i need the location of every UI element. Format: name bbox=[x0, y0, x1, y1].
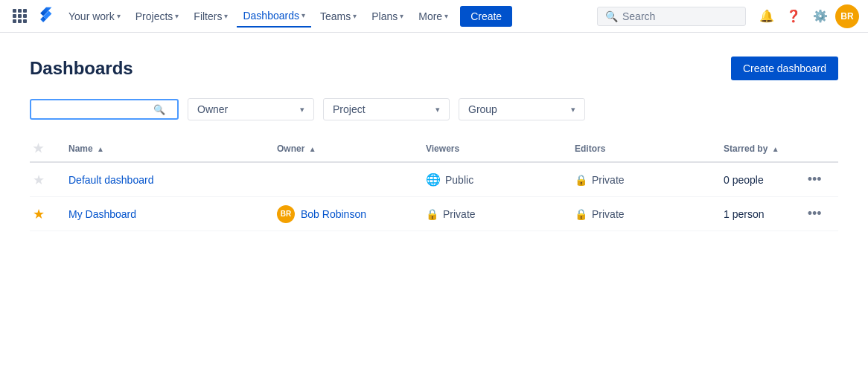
nav-icons: 🔔 ❓ ⚙️ BR bbox=[755, 4, 859, 28]
col-starred-by-header[interactable]: Starred by ▲ bbox=[715, 135, 794, 162]
search-input[interactable] bbox=[622, 10, 727, 22]
editors-cell: 🔒Private bbox=[566, 197, 715, 231]
owner-filter-label: Owner bbox=[197, 103, 228, 115]
dashboard-search-icon: 🔍 bbox=[153, 104, 165, 115]
projects-chevron: ▾ bbox=[175, 12, 179, 20]
group-filter-chevron: ▾ bbox=[571, 105, 575, 115]
dashboard-search-input[interactable] bbox=[37, 103, 149, 115]
nav-more[interactable]: More ▾ bbox=[412, 6, 454, 27]
starred-by-count: 0 people bbox=[724, 174, 764, 186]
star-cell: ★ bbox=[30, 197, 60, 231]
editors-lock-icon: 🔒 bbox=[575, 174, 587, 186]
name-sort-icon: ▲ bbox=[97, 145, 104, 153]
col-owner-header[interactable]: Owner ▲ bbox=[268, 135, 417, 162]
help-icon[interactable]: ❓ bbox=[782, 4, 805, 28]
nav-your-work[interactable]: Your work ▾ bbox=[63, 6, 127, 27]
owner-cell bbox=[268, 162, 417, 197]
starred-by-count: 1 person bbox=[724, 208, 764, 220]
star-cell: ★ bbox=[30, 162, 60, 197]
editors-visibility: 🔒Private bbox=[575, 208, 706, 220]
editors-visibility: 🔒Private bbox=[575, 174, 706, 186]
nav-plans[interactable]: Plans ▾ bbox=[366, 6, 409, 27]
viewers-cell: 🔒Private bbox=[417, 197, 566, 231]
dashboard-search[interactable]: 🔍 bbox=[30, 99, 179, 120]
more-actions-button[interactable]: ••• bbox=[803, 204, 826, 223]
create-button[interactable]: Create bbox=[460, 6, 512, 27]
dashboard-name-link[interactable]: Default dashboard bbox=[68, 174, 153, 186]
page-title: Dashboards bbox=[30, 58, 133, 79]
starred-by-cell: 0 people bbox=[715, 162, 794, 197]
starred-by-cell: 1 person bbox=[715, 197, 794, 231]
owner-avatar: BR bbox=[277, 205, 295, 223]
editors-label: Private bbox=[592, 208, 625, 220]
owner-name[interactable]: Bob Robinson bbox=[301, 208, 366, 220]
col-actions-header bbox=[794, 135, 838, 162]
project-filter-chevron: ▾ bbox=[435, 105, 440, 115]
star-icon[interactable]: ★ bbox=[33, 173, 45, 187]
apps-icon[interactable] bbox=[9, 6, 30, 27]
editors-cell: 🔒Private bbox=[566, 162, 715, 197]
owner-filter[interactable]: Owner ▾ bbox=[188, 98, 314, 120]
project-filter[interactable]: Project ▾ bbox=[323, 98, 450, 120]
your-work-chevron: ▾ bbox=[117, 12, 121, 20]
globe-icon: 🌐 bbox=[426, 173, 441, 187]
dashboards-chevron: ▾ bbox=[301, 11, 305, 19]
name-cell: Default dashboard bbox=[60, 162, 268, 197]
actions-cell: ••• bbox=[794, 162, 838, 197]
notifications-icon[interactable]: 🔔 bbox=[755, 4, 779, 28]
owner-filter-chevron: ▾ bbox=[300, 105, 304, 115]
viewers-label: Private bbox=[443, 208, 476, 220]
filters-chevron: ▾ bbox=[224, 12, 228, 20]
jira-logo[interactable] bbox=[36, 6, 57, 27]
settings-icon[interactable]: ⚙️ bbox=[808, 4, 832, 28]
nav-projects[interactable]: Projects ▾ bbox=[130, 6, 185, 27]
group-filter[interactable]: Group ▾ bbox=[459, 98, 585, 120]
viewers-label: Public bbox=[445, 174, 473, 186]
actions-cell: ••• bbox=[794, 197, 838, 231]
nav-dashboards[interactable]: Dashboards ▾ bbox=[237, 5, 311, 28]
col-star: ★ bbox=[30, 135, 60, 162]
star-header-icon: ★ bbox=[33, 142, 43, 155]
more-chevron: ▾ bbox=[444, 12, 448, 20]
editors-label: Private bbox=[592, 174, 625, 186]
nav-teams[interactable]: Teams ▾ bbox=[314, 6, 363, 27]
nav-filters[interactable]: Filters ▾ bbox=[188, 6, 234, 27]
filters-row: 🔍 Owner ▾ Project ▾ Group ▾ bbox=[30, 98, 838, 120]
viewers-visibility: 🔒Private bbox=[426, 208, 557, 220]
viewers-cell: 🌐Public bbox=[417, 162, 566, 197]
name-cell: My Dashboard bbox=[60, 197, 268, 231]
topnav: Your work ▾ Projects ▾ Filters ▾ Dashboa… bbox=[0, 0, 868, 33]
table-body: ★Default dashboard🌐Public🔒Private0 peopl… bbox=[30, 162, 838, 231]
col-editors-header: Editors bbox=[566, 135, 715, 162]
dashboard-name-link[interactable]: My Dashboard bbox=[68, 208, 136, 220]
create-dashboard-button[interactable]: Create dashboard bbox=[731, 57, 838, 80]
group-filter-label: Group bbox=[468, 103, 497, 115]
star-icon[interactable]: ★ bbox=[33, 207, 45, 222]
owner-info: BRBob Robinson bbox=[277, 205, 408, 223]
viewers-visibility: 🌐Public bbox=[426, 173, 557, 187]
table-row: ★Default dashboard🌐Public🔒Private0 peopl… bbox=[30, 162, 838, 197]
page-header: Dashboards Create dashboard bbox=[30, 57, 838, 80]
owner-sort-icon: ▲ bbox=[309, 145, 316, 153]
lock-icon: 🔒 bbox=[426, 208, 438, 220]
search-bar[interactable]: 🔍 bbox=[597, 7, 746, 26]
col-viewers-header: Viewers bbox=[417, 135, 566, 162]
user-avatar[interactable]: BR bbox=[835, 4, 859, 28]
more-actions-button[interactable]: ••• bbox=[803, 170, 826, 189]
table-header: ★ Name ▲ Owner ▲ Viewers Editors Starred bbox=[30, 135, 838, 162]
editors-lock-icon: 🔒 bbox=[575, 208, 587, 220]
dashboards-table: ★ Name ▲ Owner ▲ Viewers Editors Starred bbox=[30, 135, 838, 231]
main-content: Dashboards Create dashboard 🔍 Owner ▾ Pr… bbox=[0, 33, 868, 255]
starred-sort-icon: ▲ bbox=[772, 145, 779, 153]
owner-cell: BRBob Robinson bbox=[268, 197, 417, 231]
table-row: ★My DashboardBRBob Robinson🔒Private🔒Priv… bbox=[30, 197, 838, 231]
teams-chevron: ▾ bbox=[353, 12, 357, 20]
col-name-header[interactable]: Name ▲ bbox=[60, 135, 268, 162]
project-filter-label: Project bbox=[333, 103, 366, 115]
search-icon: 🔍 bbox=[605, 10, 618, 22]
plans-chevron: ▾ bbox=[400, 12, 403, 20]
